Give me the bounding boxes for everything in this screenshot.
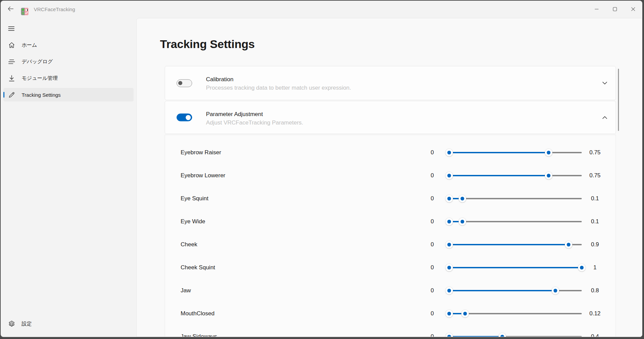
parameter-min-value: 0 bbox=[426, 149, 439, 156]
back-button[interactable] bbox=[5, 4, 16, 15]
parameter-row: Cheek Squint01 bbox=[165, 256, 616, 279]
range-slider[interactable] bbox=[449, 310, 582, 317]
sidebar-item-module-management[interactable]: モジュール管理 bbox=[3, 71, 134, 85]
range-slider[interactable] bbox=[449, 218, 582, 225]
slider-thumb-min[interactable] bbox=[445, 310, 453, 317]
gear-icon bbox=[8, 320, 15, 327]
parameter-label: Eyebrow Lowerer bbox=[181, 172, 225, 179]
slider-thumb-min[interactable] bbox=[445, 241, 453, 248]
app-title: VRCFaceTracking bbox=[34, 6, 75, 12]
parameter-row: Jaw00.8 bbox=[165, 279, 616, 302]
maximize-button[interactable] bbox=[606, 1, 624, 18]
parameter-max-value: 1 bbox=[578, 264, 612, 271]
slider-range-fill bbox=[449, 175, 549, 176]
slider-thumb-min[interactable] bbox=[445, 172, 453, 179]
close-button[interactable] bbox=[624, 1, 642, 18]
minimize-button[interactable] bbox=[588, 1, 606, 18]
sidebar-item-label: 設定 bbox=[22, 321, 32, 327]
slider-thumb-max[interactable] bbox=[545, 172, 552, 179]
pencil-icon bbox=[8, 91, 15, 98]
parameter-max-value: 0.9 bbox=[578, 241, 612, 248]
sidebar-item-tracking-settings[interactable]: Tracking Settings bbox=[3, 88, 134, 101]
expander-calibration[interactable]: Calibration Processes tracking data to b… bbox=[165, 66, 616, 100]
range-slider[interactable] bbox=[449, 149, 582, 156]
chevron-down-icon[interactable] bbox=[602, 81, 607, 86]
slider-thumb-min[interactable] bbox=[445, 333, 453, 337]
titlebar: VRCFaceTracking bbox=[1, 1, 642, 18]
sidebar-item-debug-log[interactable]: デバッグログ bbox=[3, 55, 134, 68]
slider-track[interactable] bbox=[449, 221, 582, 222]
download-icon bbox=[8, 75, 15, 82]
parameter-label: Cheek bbox=[181, 241, 197, 248]
slider-thumb-max[interactable] bbox=[459, 195, 466, 202]
slider-range-fill bbox=[449, 336, 502, 337]
parameter-row: Eye Squint00.1 bbox=[165, 187, 616, 210]
parameter-min-value: 0 bbox=[426, 287, 439, 294]
slider-thumb-min[interactable] bbox=[445, 264, 453, 271]
sidebar-item-home[interactable]: ホーム bbox=[3, 38, 134, 52]
main-content: Tracking Settings Calibration Processes … bbox=[136, 18, 642, 337]
app-logo-icon bbox=[21, 8, 28, 15]
sidebar-item-label: ホーム bbox=[22, 42, 37, 48]
slider-thumb-max[interactable] bbox=[565, 241, 572, 248]
slider-thumb-max[interactable] bbox=[461, 310, 469, 317]
parameter-row: Jaw Sideways00.4 bbox=[165, 325, 616, 337]
range-slider[interactable] bbox=[449, 172, 582, 179]
nav-footer: 設定 bbox=[1, 317, 134, 334]
parameter-adjustment-toggle[interactable] bbox=[177, 114, 192, 121]
range-slider[interactable] bbox=[449, 264, 582, 271]
parameter-min-value: 0 bbox=[426, 241, 439, 248]
parameter-min-value: 0 bbox=[426, 264, 439, 271]
page-title: Tracking Settings bbox=[160, 38, 255, 51]
range-slider[interactable] bbox=[449, 241, 582, 248]
sidebar-item-settings[interactable]: 設定 bbox=[3, 317, 134, 331]
parameter-max-value: 0.75 bbox=[578, 172, 612, 179]
calibration-toggle[interactable] bbox=[177, 79, 192, 87]
parameter-max-value: 0.8 bbox=[578, 287, 612, 294]
slider-track[interactable] bbox=[449, 313, 582, 314]
nav-list: ホームデバッグログモジュール管理Tracking Settings bbox=[1, 38, 134, 105]
slider-range-fill bbox=[449, 244, 569, 245]
parameter-min-value: 0 bbox=[426, 333, 439, 337]
range-slider[interactable] bbox=[449, 333, 582, 337]
vertical-scrollbar[interactable] bbox=[618, 69, 619, 131]
sidebar: ホームデバッグログモジュール管理Tracking Settings 設定 bbox=[1, 18, 136, 337]
home-icon bbox=[8, 42, 15, 48]
parameter-row: Eyebrow Raiser00.75 bbox=[165, 141, 616, 164]
back-arrow-icon bbox=[8, 6, 14, 13]
range-slider[interactable] bbox=[449, 287, 582, 294]
slider-range-fill bbox=[449, 152, 549, 153]
parameter-max-value: 0.75 bbox=[578, 149, 612, 156]
slider-thumb-max[interactable] bbox=[499, 333, 506, 337]
sidebar-item-label: Tracking Settings bbox=[22, 92, 61, 98]
parameter-max-value: 0.1 bbox=[578, 195, 612, 202]
log-lines-icon bbox=[8, 58, 15, 65]
slider-thumb-min[interactable] bbox=[445, 218, 453, 225]
slider-thumb-max[interactable] bbox=[552, 287, 559, 294]
parameter-label: Eye Wide bbox=[181, 218, 205, 225]
range-slider[interactable] bbox=[449, 195, 582, 202]
maximize-icon bbox=[613, 7, 617, 11]
expander-parameter-adjustment[interactable]: Parameter Adjustment Adjust VRCFaceTrack… bbox=[165, 101, 616, 134]
sidebar-item-label: モジュール管理 bbox=[22, 75, 58, 82]
slider-thumb-max[interactable] bbox=[545, 149, 552, 156]
parameter-label: MouthClosed bbox=[181, 310, 214, 317]
slider-track[interactable] bbox=[449, 198, 582, 199]
parameter-label: Eyebrow Raiser bbox=[181, 149, 221, 156]
parameter-label: Jaw bbox=[181, 287, 191, 294]
expander-description: Adjust VRCFaceTracking Parameters. bbox=[206, 119, 303, 126]
close-icon bbox=[631, 7, 635, 11]
parameter-max-value: 0.4 bbox=[578, 333, 612, 337]
parameter-list: Eyebrow Raiser00.75Eyebrow Lowerer00.75E… bbox=[165, 135, 616, 337]
app-window: VRCFaceTracking ホームデバッグログモジュール管理Tracking… bbox=[1, 1, 642, 337]
chevron-up-icon[interactable] bbox=[602, 115, 607, 120]
slider-thumb-min[interactable] bbox=[445, 195, 453, 202]
slider-thumb-max[interactable] bbox=[459, 218, 466, 225]
slider-thumb-min[interactable] bbox=[445, 287, 453, 294]
nav-menu-button[interactable] bbox=[5, 23, 18, 34]
expander-title: Parameter Adjustment bbox=[206, 111, 303, 118]
slider-thumb-min[interactable] bbox=[445, 149, 453, 156]
parameter-row: Eye Wide00.1 bbox=[165, 210, 616, 233]
window-controls bbox=[588, 1, 642, 18]
expander-description: Processes tracking data to better match … bbox=[206, 85, 351, 91]
